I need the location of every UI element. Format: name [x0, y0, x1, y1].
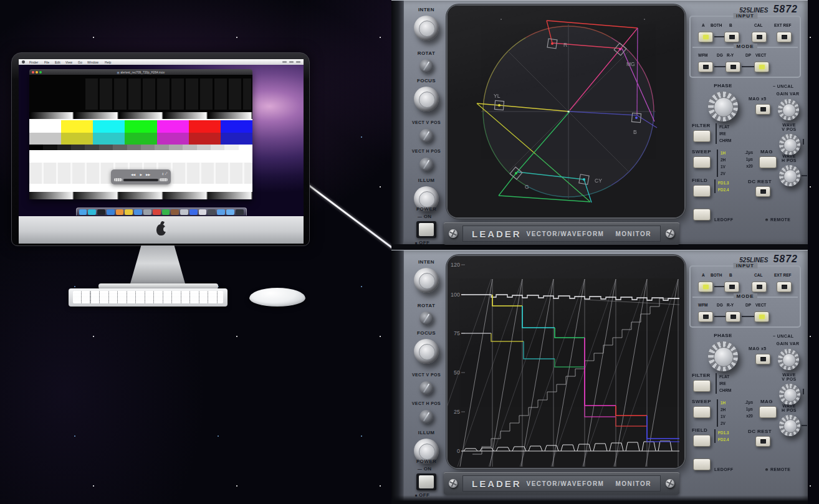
dock-icon[interactable]: [208, 209, 216, 215]
menu-item[interactable]: Go: [78, 60, 82, 64]
inten-knob[interactable]: [414, 16, 439, 40]
ledoff-button[interactable]: [693, 459, 711, 470]
share-icon[interactable]: ↥: [161, 172, 164, 176]
filter-button[interactable]: [693, 130, 711, 142]
dock-icon[interactable]: [143, 209, 151, 215]
dock-icon[interactable]: [134, 209, 142, 215]
wave-v-pos-knob[interactable]: [779, 384, 800, 405]
input-mode-panel: INPUT A BOTH B CAL EXT REF MODE WFM DG R…: [689, 16, 801, 78]
apple-menu-icon[interactable]: [22, 60, 25, 64]
fullscreen-icon[interactable]: ⤢: [165, 172, 168, 176]
close-button[interactable]: [32, 71, 34, 74]
mag-button[interactable]: [759, 406, 777, 418]
zoom-button[interactable]: [39, 71, 42, 74]
dark-bars-pattern: [85, 78, 251, 110]
gain-var-knob[interactable]: [778, 99, 799, 120]
inten-knob[interactable]: [414, 268, 439, 293]
filter-button[interactable]: [693, 380, 711, 392]
input-b-button[interactable]: [724, 32, 739, 42]
dc-rest-button[interactable]: [755, 436, 770, 447]
phase-knob[interactable]: [708, 92, 738, 121]
field-button[interactable]: [693, 435, 711, 447]
ledoff-button[interactable]: [693, 209, 711, 221]
mag-x5-button[interactable]: [755, 354, 770, 364]
wave-h-pos-knob[interactable]: [779, 415, 800, 436]
phase-knob[interactable]: [708, 341, 738, 371]
wave-h-pos-knob[interactable]: [779, 165, 800, 186]
dock-icon[interactable]: [162, 209, 170, 215]
rotat-label: ROTAT: [404, 303, 449, 308]
gain-var-knob[interactable]: [778, 349, 799, 370]
rotat-knob[interactable]: [419, 311, 433, 325]
progress-bar[interactable]: [123, 179, 158, 181]
dock-icon[interactable]: [125, 209, 133, 215]
vect-h-pos-knob[interactable]: [419, 158, 433, 171]
dock-icon[interactable]: [180, 209, 188, 215]
vect-v-pos-knob[interactable]: [419, 129, 433, 143]
filter-label: FILTER: [692, 373, 711, 378]
dock-icon[interactable]: [88, 209, 96, 215]
menu-item[interactable]: Edit: [55, 60, 60, 64]
dc-rest-button[interactable]: [755, 186, 770, 197]
wave-v-pos-knob[interactable]: [779, 134, 800, 155]
dock-icon[interactable]: [153, 209, 161, 215]
dock-icon[interactable]: [189, 209, 198, 215]
dock-icon[interactable]: [97, 209, 105, 215]
vect-v-pos-knob[interactable]: [419, 381, 433, 395]
waveform-crt: 120 100 75 50 25 0: [448, 256, 684, 468]
input-ext-ref-button[interactable]: [777, 32, 792, 42]
menu-item[interactable]: File: [44, 60, 49, 64]
dock-icon[interactable]: [107, 209, 115, 215]
mag-button[interactable]: [759, 156, 777, 168]
mode-vect-label: VECT: [755, 53, 766, 57]
menu-item[interactable]: View: [65, 60, 72, 64]
input-ext-ref-button[interactable]: [777, 282, 792, 292]
dock-icon[interactable]: [236, 209, 244, 215]
dock-icon[interactable]: [199, 209, 207, 215]
playback-controller[interactable]: ◀◀ ▶ ▶▶ ↥ ⤢: [111, 169, 171, 184]
menu-item[interactable]: Window: [87, 60, 98, 64]
input-cal-button[interactable]: [752, 282, 767, 292]
play-button[interactable]: ▶: [140, 173, 142, 176]
field-button[interactable]: [693, 185, 711, 197]
rack-side-rail: [391, 250, 404, 504]
vect-h-pos-label: VECT H POS: [404, 401, 449, 406]
input-a-button[interactable]: [698, 32, 713, 42]
menu-item[interactable]: Help: [105, 60, 111, 64]
video-test-pattern: ◀◀ ▶ ▶▶ ↥ ⤢: [29, 75, 252, 199]
mode-wfm-button[interactable]: [698, 311, 713, 322]
minimize-button[interactable]: [36, 71, 38, 74]
screw-icon: [666, 479, 674, 488]
focus-knob[interactable]: [414, 339, 439, 364]
dock-icon[interactable]: [217, 209, 225, 215]
scene: Finder File Edit View Go Window Help ▤ a…: [0, 0, 819, 504]
rack-side-rail: [391, 1, 404, 244]
mode-ry-button[interactable]: [726, 62, 740, 72]
power-switch[interactable]: [416, 473, 436, 490]
screw-icon: [449, 229, 457, 238]
mode-ry-button[interactable]: [726, 311, 740, 322]
power-switch[interactable]: [416, 221, 436, 238]
mag-x5-button[interactable]: [755, 104, 770, 115]
dock-icon[interactable]: [171, 209, 179, 215]
mode-vect-button[interactable]: [754, 62, 769, 72]
input-cal-button[interactable]: [752, 32, 767, 42]
rotat-knob[interactable]: [419, 59, 433, 73]
sweep-button[interactable]: [693, 156, 711, 168]
window-titlebar[interactable]: ▤ alertest_rec709_720p_H264.mov: [29, 69, 252, 75]
vect-h-pos-knob[interactable]: [419, 410, 433, 424]
fast-forward-button[interactable]: ▶▶: [146, 173, 150, 176]
dock-icon[interactable]: [226, 209, 234, 215]
input-a-button[interactable]: [698, 282, 713, 292]
focus-knob[interactable]: [414, 87, 439, 112]
menu-item[interactable]: Finder: [29, 60, 38, 64]
input-b-button[interactable]: [724, 282, 739, 292]
mode-vect-button[interactable]: [754, 311, 769, 322]
sweep-button[interactable]: [693, 406, 711, 418]
mode-wfm-button[interactable]: [698, 62, 713, 72]
dock-icon[interactable]: [79, 209, 87, 215]
dock[interactable]: [76, 207, 247, 216]
dock-icon[interactable]: [116, 209, 124, 215]
vector-monitor-unit: INTEN ROTAT FOCUS VECT V POS VECT H POS …: [391, 0, 808, 244]
rewind-button[interactable]: ◀◀: [131, 173, 135, 176]
